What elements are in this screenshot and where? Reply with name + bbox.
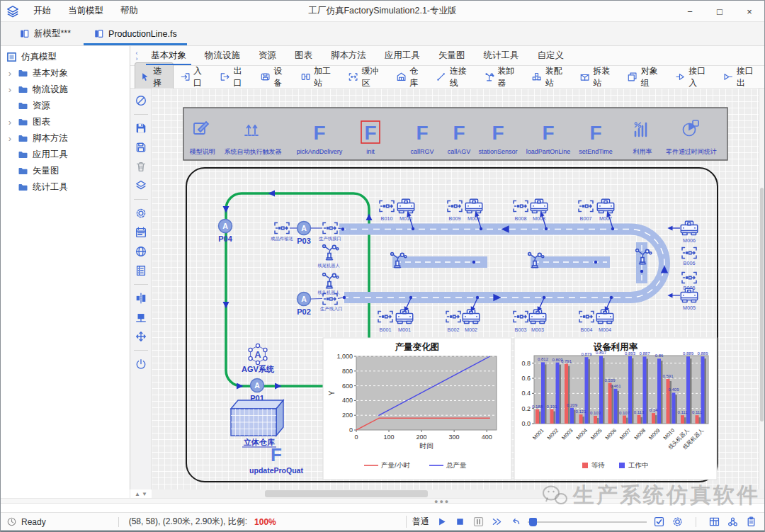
ribbon-tab-6[interactable]: 矢量图 (429, 46, 475, 65)
tool-entry[interactable]: 入口 (175, 62, 214, 92)
conveyor-segments[interactable] (391, 242, 652, 283)
tree-expand-icon[interactable]: › (6, 117, 13, 128)
machine-M004[interactable] (596, 310, 613, 323)
marker-finished[interactable] (275, 223, 289, 234)
tree-item-2[interactable]: 资源 (1, 98, 130, 114)
clipboard-button[interactable] (745, 516, 757, 528)
tree-item-3[interactable]: ›图表 (1, 114, 130, 130)
tool-buffer[interactable]: 缓冲区 (343, 62, 390, 92)
save-button[interactable] (135, 122, 147, 135)
tool-link[interactable]: 连接线 (431, 62, 477, 92)
agv-system[interactable]: AAGV系统 (242, 344, 275, 373)
tool-device[interactable]: 设备 (255, 62, 294, 92)
agv-node-P01[interactable]: AP01 (250, 379, 264, 403)
save-as-button[interactable] (135, 141, 147, 154)
conveyor-loop[interactable] (339, 225, 668, 301)
move-button[interactable] (135, 330, 147, 343)
tool-disassembly[interactable]: 拆装站 (574, 62, 621, 92)
buffer-B010[interactable] (380, 201, 394, 212)
tree-item-1[interactable]: ›物流设施 (1, 81, 130, 98)
ribbon-tab-3[interactable]: 图表 (285, 46, 322, 65)
document-tab-0[interactable]: 新模型*** (8, 22, 82, 45)
document-tab-1[interactable]: ProductionLine.fs (82, 22, 188, 45)
station-B006[interactable]: B006 (682, 248, 696, 267)
minimize-button[interactable]: − (675, 1, 705, 22)
horizontal-scrollbar-thumb[interactable] (265, 490, 428, 497)
tree-root[interactable]: 仿真模型 (1, 49, 130, 65)
machine-M007[interactable] (597, 199, 613, 213)
network-button[interactable] (727, 516, 739, 528)
settings-button[interactable] (135, 207, 147, 220)
line-head-robot[interactable] (323, 273, 339, 288)
pane-collapse-buttons[interactable]: ▲▼ (130, 489, 152, 498)
machine-M008[interactable] (531, 199, 547, 213)
ribbon-tab-7[interactable]: 统计工具 (475, 46, 528, 65)
menu-item-0[interactable]: 开始 (26, 2, 58, 20)
machine-M001[interactable] (396, 310, 412, 323)
station-M005[interactable]: M005 (667, 288, 697, 311)
ribbon-tab-0[interactable]: 基本对象 (142, 46, 196, 65)
vertical-scrollbar-thumb[interactable] (760, 188, 764, 421)
fast-forward-button[interactable] (491, 516, 503, 528)
tool-group[interactable]: 对象组 (622, 62, 669, 92)
buffer-B001[interactable] (378, 312, 392, 322)
settings-button[interactable] (672, 516, 684, 528)
machine-M002[interactable] (463, 310, 479, 323)
ribbon-tab-4[interactable]: 脚本方法 (322, 46, 375, 65)
machine-M006[interactable] (681, 221, 697, 234)
tool-warehouse[interactable]: 仓库 (391, 62, 430, 92)
tool-assembly[interactable]: 装配站 (526, 62, 573, 92)
globe-button[interactable] (135, 245, 147, 258)
tree-item-7[interactable]: 统计工具 (1, 179, 130, 196)
auto-checkbox[interactable] (653, 516, 665, 528)
stop-button[interactable] (454, 516, 466, 528)
tree-item-4[interactable]: ›脚本方法 (1, 130, 130, 147)
close-button[interactable]: × (735, 1, 764, 22)
agv-node-P04[interactable]: AP04 (218, 220, 232, 244)
tool-iface-out[interactable]: 接口出 (718, 62, 764, 92)
tool-exit[interactable]: 出口 (215, 62, 254, 92)
buffer-B003[interactable] (514, 312, 528, 322)
horizontal-scrollbar[interactable] (152, 489, 764, 498)
table-button[interactable] (708, 516, 720, 528)
sim-mode-label[interactable]: 普通 (406, 516, 429, 528)
buffer-B006[interactable] (682, 248, 696, 259)
buffer-B002[interactable] (446, 312, 460, 322)
buffer-B009[interactable] (448, 201, 462, 212)
machine-M009[interactable] (465, 199, 482, 213)
tool-loader[interactable]: 装卸器 (479, 62, 526, 92)
tree-item-6[interactable]: 矢量图 (1, 163, 130, 179)
ribbon-tab-5[interactable]: 应用工具 (375, 46, 429, 65)
tool-iface-in[interactable]: 接口入 (670, 62, 717, 92)
script-updateProQuat[interactable]: FupdateProQuat (249, 444, 303, 475)
marker-entry[interactable] (323, 294, 337, 305)
power-button[interactable] (135, 358, 147, 370)
line-tail-robot[interactable] (323, 245, 339, 260)
tool-station[interactable]: 加工站 (295, 62, 342, 92)
tree-expand-icon[interactable]: › (6, 84, 13, 95)
ribbon-tab-1[interactable]: 物流设施 (196, 46, 249, 65)
vertical-scrollbar[interactable] (759, 89, 764, 489)
ribbon-tab-2[interactable]: 资源 (249, 46, 285, 65)
menu-item-2[interactable]: 帮助 (113, 2, 145, 20)
model-canvas[interactable]: 模型说明系统自动执行触发器FpickAndDeliveryFinitFcallR… (152, 89, 759, 489)
warehouse[interactable]: 立体仓库 (231, 400, 283, 447)
machine-M010[interactable] (397, 199, 414, 213)
speed-slider[interactable] (528, 517, 647, 527)
layers-button[interactable] (135, 179, 147, 192)
pause-button[interactable] (472, 516, 484, 528)
agv-node-P03[interactable]: AP03 (297, 222, 311, 246)
align-bottom-button[interactable] (135, 311, 147, 324)
play-button[interactable] (436, 516, 448, 528)
bottom-splitter[interactable]: ●●● (1, 498, 764, 504)
tree-item-0[interactable]: ›基本对象 (1, 65, 130, 81)
tool-cursor[interactable]: 选择 (135, 62, 174, 92)
list-button[interactable] (135, 264, 147, 277)
calendar-button[interactable] (135, 226, 147, 239)
marker-interface[interactable] (323, 223, 337, 234)
buffer-B005[interactable] (682, 273, 696, 283)
undo-button[interactable] (509, 516, 521, 528)
flip-horizontal-button[interactable] (135, 292, 147, 305)
forbidden-button[interactable] (135, 94, 147, 107)
ribbon-tab-8[interactable]: 自定义 (528, 46, 574, 65)
